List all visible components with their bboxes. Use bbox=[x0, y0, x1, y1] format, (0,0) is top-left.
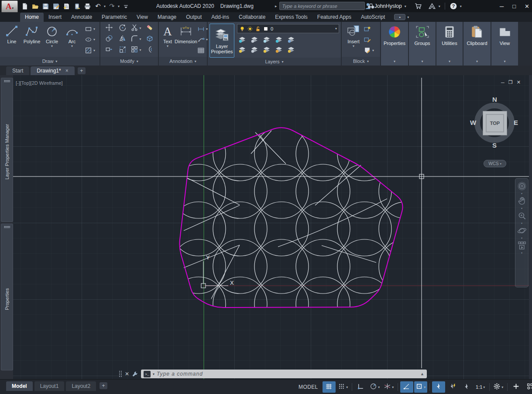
annotation-monitor-toggle[interactable] bbox=[510, 381, 523, 393]
polar-tracking-chevron-icon[interactable]: ▾ bbox=[378, 385, 380, 389]
command-input[interactable]: >_ ▾ Type a command ▲ bbox=[141, 370, 427, 378]
command-line-close-icon[interactable]: ✕ bbox=[125, 371, 129, 377]
new-layout-button[interactable]: + bbox=[100, 382, 107, 389]
showmotion-flyout-chevron-icon[interactable]: ▾ bbox=[521, 251, 522, 255]
panel-properties[interactable]: Properties ▾ bbox=[381, 22, 408, 66]
circle-button[interactable]: Circle ▾ bbox=[42, 23, 62, 57]
object-snap-chevron-icon[interactable]: ▾ bbox=[424, 385, 426, 389]
navwheel-flyout-chevron-icon[interactable]: ▾ bbox=[521, 192, 522, 195]
orbit-icon[interactable] bbox=[517, 226, 527, 235]
viewport-close-icon[interactable]: ✕ bbox=[517, 79, 521, 85]
object-snap-tracking-toggle[interactable] bbox=[400, 381, 413, 393]
ribbon-tab-featured-apps[interactable]: Featured Apps bbox=[312, 13, 356, 22]
search-input[interactable] bbox=[279, 2, 365, 10]
batchplot-icon[interactable] bbox=[62, 2, 71, 10]
workspace-switching-toggle[interactable]: ▾ bbox=[492, 381, 505, 393]
application-menu-button[interactable]: A▾ bbox=[1, 0, 18, 13]
scale-value-toggle[interactable]: 1:1▾ bbox=[474, 381, 487, 393]
rotate-button[interactable] bbox=[119, 24, 127, 33]
ribbon-tab-view[interactable]: View bbox=[132, 13, 153, 22]
search-expand-icon[interactable]: ▸ bbox=[275, 4, 277, 8]
ribbon-tab-home[interactable]: Home bbox=[20, 13, 44, 22]
circle-flyout-chevron-icon[interactable]: ▾ bbox=[51, 44, 53, 48]
isometric-drafting-chevron-icon[interactable]: ▾ bbox=[392, 385, 394, 389]
annotation-scale-toggle[interactable] bbox=[460, 381, 473, 393]
viewcube-west[interactable]: W bbox=[470, 119, 476, 126]
ribbon-tab-parametric[interactable]: Parametric bbox=[97, 13, 132, 22]
array-flyout-chevron-icon[interactable]: ▾ bbox=[139, 48, 141, 52]
qatmenu-icon[interactable] bbox=[121, 2, 130, 10]
fillet-button[interactable]: ▾ bbox=[130, 35, 141, 44]
navwheel-icon[interactable] bbox=[517, 181, 527, 191]
layer-select-dropdown[interactable]: 0 ▾ bbox=[237, 24, 339, 33]
ribbon-tab-insert[interactable]: Insert bbox=[44, 13, 66, 22]
move-button[interactable] bbox=[105, 24, 113, 33]
line-button[interactable]: Line bbox=[2, 23, 22, 57]
transfer-icon[interactable] bbox=[72, 2, 81, 10]
user-menu-chevron-icon[interactable]: ▾ bbox=[405, 4, 406, 8]
saveas-icon[interactable] bbox=[51, 2, 60, 10]
signed-in-user[interactable]: JohnHyslop bbox=[374, 3, 402, 9]
viewport-minimize-icon[interactable]: ─ bbox=[501, 80, 505, 85]
stretch-button[interactable] bbox=[105, 45, 113, 55]
showmotion-icon[interactable] bbox=[517, 241, 527, 250]
ribbon-display-chevron-icon[interactable]: ▾ bbox=[407, 15, 409, 19]
viewcube[interactable]: N E S W TOP bbox=[468, 97, 521, 149]
leader-button[interactable]: ▾ bbox=[197, 35, 208, 45]
text-flyout-chevron-icon[interactable]: ▾ bbox=[167, 44, 168, 48]
trim-flyout-chevron-icon[interactable]: ▾ bbox=[139, 26, 141, 30]
connect-chevron-icon[interactable]: ▾ bbox=[439, 4, 440, 8]
layer-on-button[interactable] bbox=[238, 45, 247, 53]
redo-icon[interactable]: ↷ bbox=[107, 2, 116, 10]
isometric-drafting-toggle[interactable]: ▾ bbox=[382, 381, 395, 393]
command-prompt-chevron-icon[interactable]: ▾ bbox=[153, 372, 154, 376]
drawing-canvas[interactable]: YX [-][Top][2D Wireframe] ─ ❐ ✕ Layer Pr… bbox=[0, 75, 532, 379]
help-chevron-icon[interactable]: ▾ bbox=[460, 4, 462, 8]
erase-button[interactable] bbox=[146, 24, 154, 33]
block-panel-title[interactable]: Block▾ bbox=[342, 57, 380, 66]
layer-freeze-button[interactable] bbox=[262, 35, 271, 43]
scale-button[interactable] bbox=[119, 45, 127, 55]
linear-dimension-button[interactable]: ▾ bbox=[197, 24, 208, 34]
app-store-cart-icon[interactable] bbox=[414, 2, 422, 10]
draw-panel-title[interactable]: Draw▾ bbox=[0, 57, 100, 66]
insert-block-button[interactable]: Insert ▾ bbox=[343, 23, 364, 57]
rectangle-tool-button[interactable]: ▾ bbox=[85, 24, 95, 34]
ribbon-tab-autoscript[interactable]: AutoScript bbox=[356, 13, 390, 22]
ribbon-display-button[interactable]: ▲ bbox=[394, 14, 405, 20]
groups-expand-chevron-icon[interactable]: ▾ bbox=[421, 59, 423, 63]
ribbon-tab-express-tools[interactable]: Express Tools bbox=[270, 13, 312, 22]
new-icon[interactable] bbox=[20, 2, 29, 10]
layer-lock-button[interactable] bbox=[275, 35, 283, 43]
isolate-objects-toggle[interactable] bbox=[524, 381, 532, 393]
layer-dropdown-chevron-icon[interactable]: ▾ bbox=[335, 27, 337, 31]
hatch-tool-button[interactable]: ▾ bbox=[85, 46, 95, 55]
ellipse-tool-button[interactable]: ▾ bbox=[85, 35, 95, 45]
table-button[interactable] bbox=[197, 46, 208, 55]
redo-chevron-icon[interactable]: ▾ bbox=[118, 4, 120, 8]
arc-button[interactable]: Arc ▾ bbox=[62, 23, 82, 57]
array-button[interactable]: ▾ bbox=[130, 45, 141, 55]
viewcube-south[interactable]: S bbox=[492, 142, 497, 149]
offset-button[interactable] bbox=[146, 45, 154, 55]
layer-thaw-button[interactable] bbox=[262, 45, 271, 53]
workspace-switching-chevron-icon[interactable]: ▾ bbox=[501, 385, 503, 389]
viewcube-east[interactable]: E bbox=[514, 119, 518, 126]
panel-groups[interactable]: Groups ▾ bbox=[409, 22, 436, 66]
annotation-autoscale-toggle[interactable] bbox=[446, 381, 459, 393]
viewport-restore-icon[interactable]: ❐ bbox=[508, 79, 513, 85]
explode-button[interactable] bbox=[146, 35, 154, 44]
close-button[interactable]: ✕ bbox=[525, 3, 529, 10]
utilities-expand-chevron-icon[interactable]: ▾ bbox=[449, 59, 450, 63]
create-block-button[interactable] bbox=[364, 24, 374, 34]
ribbon-tab-output[interactable]: Output bbox=[181, 13, 206, 22]
layer-properties-button[interactable]: Layer Properties bbox=[209, 24, 234, 58]
ribbon-tab-collaborate[interactable]: Collaborate bbox=[234, 13, 270, 22]
undo-chevron-icon[interactable]: ▾ bbox=[104, 4, 106, 8]
help-icon[interactable]: ? bbox=[450, 2, 457, 10]
layout-tab-layout2[interactable]: Layout2 bbox=[66, 381, 96, 391]
viewport-label[interactable]: [-][Top][2D Wireframe] bbox=[16, 80, 63, 86]
layer-match-button[interactable] bbox=[287, 35, 295, 43]
snap-mode-toggle[interactable]: ▾ bbox=[336, 381, 350, 393]
file-tab-close-icon[interactable]: × bbox=[65, 68, 69, 74]
